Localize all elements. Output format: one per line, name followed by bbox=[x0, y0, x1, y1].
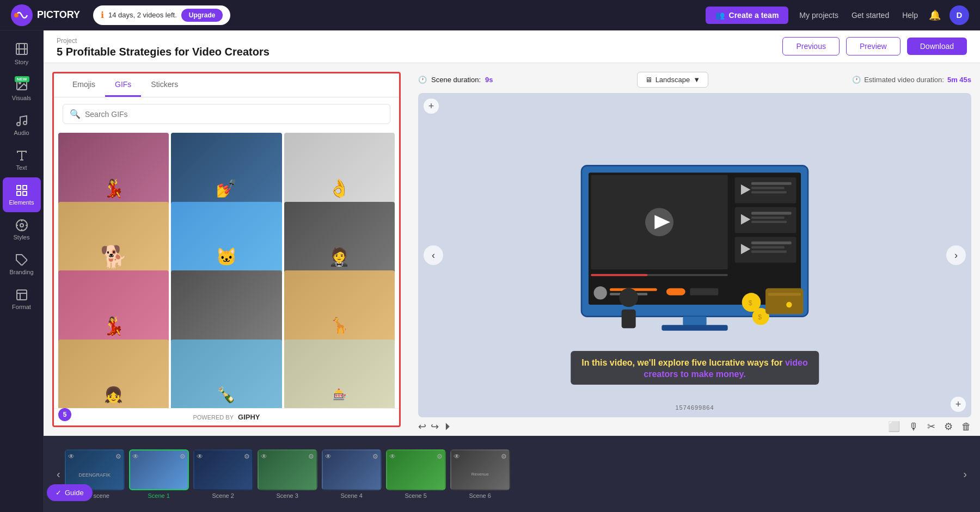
mic-icon[interactable]: 🎙 bbox=[909, 421, 918, 433]
settings-icon: ⚙ bbox=[501, 453, 507, 460]
guide-button[interactable]: ✓ Guide bbox=[47, 484, 93, 501]
sidebar-item-styles[interactable]: Styles bbox=[3, 212, 41, 247]
logo[interactable]: PICTORY bbox=[11, 4, 80, 26]
svg-rect-41 bbox=[751, 242, 792, 244]
sidebar-item-elements[interactable]: Elements bbox=[3, 177, 41, 212]
sidebar-item-visuals[interactable]: NEW Visuals bbox=[3, 72, 41, 108]
svg-rect-28 bbox=[591, 274, 647, 276]
eye-icon: 👁 bbox=[454, 453, 460, 460]
sidebar-item-audio[interactable]: Audio bbox=[3, 108, 41, 143]
project-title: 5 Profitable Strategies for Video Creato… bbox=[57, 46, 270, 58]
canvas-wrap: ‹ + bbox=[418, 93, 971, 417]
content-panel: Project 5 Profitable Strategies for Vide… bbox=[44, 30, 980, 512]
bell-icon[interactable]: 🔔 bbox=[929, 9, 941, 21]
settings-icon: ⚙ bbox=[115, 453, 121, 460]
get-started-link[interactable]: Get started bbox=[852, 11, 889, 20]
est-duration-value: 5m 45s bbox=[947, 76, 971, 84]
create-team-icon: 👥 bbox=[715, 11, 725, 20]
sidebar-item-format[interactable]: Format bbox=[3, 282, 41, 317]
preview-controls: 🕐 Scene duration: 9s 🖥 Landscape ▼ 🕐 Est… bbox=[418, 72, 971, 88]
my-projects-link[interactable]: My projects bbox=[799, 11, 838, 20]
svg-rect-36 bbox=[751, 212, 792, 214]
svg-point-51 bbox=[619, 288, 638, 307]
svg-point-9 bbox=[23, 121, 27, 125]
scene-label-scene5: Scene 5 bbox=[405, 492, 426, 499]
gif-item[interactable]: 👧 bbox=[58, 340, 169, 409]
tab-stickers[interactable]: Stickers bbox=[141, 73, 188, 97]
scene-thumb-scene6[interactable]: 👁 ⚙ Revenue Scene 6 bbox=[450, 449, 510, 499]
gif-item[interactable]: 🎰 bbox=[284, 340, 395, 409]
prev-scene-arrow[interactable]: ‹ bbox=[424, 245, 443, 265]
svg-rect-33 bbox=[751, 191, 787, 193]
tab-gifs[interactable]: GIFs bbox=[105, 73, 141, 97]
powered-by-label: POWERED BY bbox=[193, 414, 234, 421]
toolbar-right: ⬜ 🎙 ✂ ⚙ 🗑 bbox=[888, 421, 971, 433]
scissors-icon[interactable]: ✂ bbox=[927, 421, 935, 433]
play-icon[interactable]: ⏵ bbox=[443, 421, 453, 433]
create-team-button[interactable]: 👥 Create a team bbox=[706, 7, 789, 24]
settings-icon[interactable]: ⚙ bbox=[944, 421, 953, 433]
sidebar-item-story[interactable]: Story bbox=[3, 36, 41, 72]
scene-thumb-scene2[interactable]: 👁 ⚙ Scene 2 bbox=[193, 449, 253, 499]
left-sidebar: Story NEW Visuals Audio Text bbox=[0, 30, 44, 512]
watermark: 1574699864 bbox=[675, 404, 714, 411]
sidebar-label-story: Story bbox=[15, 59, 29, 65]
logo-text: PICTORY bbox=[37, 9, 80, 21]
search-bar: 🔍 bbox=[63, 104, 390, 124]
svg-rect-57 bbox=[765, 288, 803, 314]
previous-button[interactable]: Previous bbox=[782, 37, 839, 55]
sidebar-item-text[interactable]: Text bbox=[3, 143, 41, 177]
svg-rect-42 bbox=[751, 246, 785, 249]
scene-label-scene2: Scene 2 bbox=[212, 492, 234, 499]
help-link[interactable]: Help bbox=[902, 11, 918, 20]
scene-thumb-img-scene5: 👁 ⚙ bbox=[386, 449, 446, 490]
palette-icon bbox=[15, 219, 28, 232]
tab-emojis[interactable]: Emojis bbox=[63, 73, 105, 97]
giphy-logo: GIPHY bbox=[238, 413, 260, 421]
svg-rect-14 bbox=[23, 192, 27, 195]
sidebar-label-elements: Elements bbox=[9, 199, 34, 206]
svg-point-7 bbox=[19, 82, 21, 84]
caption-box: In this video, we'll explore five lucrat… bbox=[571, 351, 819, 385]
search-icon: 🔍 bbox=[70, 109, 81, 119]
next-scene-arrow[interactable]: › bbox=[946, 245, 966, 265]
info-icon: ℹ bbox=[101, 10, 104, 20]
caption-icon[interactable]: ⬜ bbox=[888, 421, 900, 433]
search-input[interactable] bbox=[85, 110, 383, 119]
svg-rect-38 bbox=[751, 221, 787, 223]
eye-icon: 👁 bbox=[132, 453, 139, 460]
svg-point-59 bbox=[786, 302, 792, 307]
svg-rect-48 bbox=[690, 288, 718, 295]
tag-icon bbox=[15, 254, 28, 267]
add-bottom-right-button[interactable]: + bbox=[951, 397, 966, 412]
preview-button[interactable]: Preview bbox=[846, 37, 901, 55]
scene-label-scene6: Scene 6 bbox=[469, 492, 491, 499]
undo-icon[interactable]: ↩ bbox=[418, 421, 426, 433]
gif-item[interactable]: 🍾 bbox=[171, 340, 281, 409]
redo-icon[interactable]: ↪ bbox=[431, 421, 439, 433]
settings-icon: ⚙ bbox=[244, 453, 250, 460]
svg-rect-31 bbox=[751, 182, 792, 185]
svg-text:$: $ bbox=[758, 313, 762, 321]
upgrade-button[interactable]: Upgrade bbox=[181, 9, 223, 22]
timeline-prev-button[interactable]: ‹ bbox=[52, 468, 65, 480]
eye-icon: 👁 bbox=[261, 453, 267, 460]
nav-links: My projects Get started Help bbox=[799, 11, 918, 20]
add-top-left-button[interactable]: + bbox=[424, 98, 439, 114]
delete-icon[interactable]: 🗑 bbox=[961, 421, 971, 433]
scene-thumb-scene3[interactable]: 👁 ⚙ Scene 3 bbox=[258, 449, 317, 499]
download-button[interactable]: Download bbox=[907, 38, 967, 55]
top-nav: PICTORY ℹ 14 days, 2 videos left. Upgrad… bbox=[0, 0, 980, 30]
svg-point-8 bbox=[17, 122, 20, 126]
scene-thumb-scene1[interactable]: 👁 ⚙ Scene 1 bbox=[129, 449, 189, 499]
svg-rect-50 bbox=[661, 325, 727, 330]
sidebar-item-branding[interactable]: Branding bbox=[3, 247, 41, 282]
landscape-button[interactable]: 🖥 Landscape ▼ bbox=[637, 72, 709, 88]
canvas-toolbar: ↩ ↪ ⏵ ⬜ 🎙 ✂ ⚙ 🗑 bbox=[418, 417, 971, 436]
scene-thumb-img-scene3: 👁 ⚙ bbox=[258, 449, 317, 490]
avatar[interactable]: D bbox=[950, 5, 969, 25]
timeline: ‹ 👁 ⚙ DEENGRAFIK Intro scene 👁 ⚙ Scene 1 bbox=[44, 436, 980, 512]
scene-thumb-scene5[interactable]: 👁 ⚙ Scene 5 bbox=[386, 449, 446, 499]
timeline-next-button[interactable]: › bbox=[959, 468, 971, 480]
scene-thumb-scene4[interactable]: 👁 ⚙ Scene 4 bbox=[322, 449, 382, 499]
